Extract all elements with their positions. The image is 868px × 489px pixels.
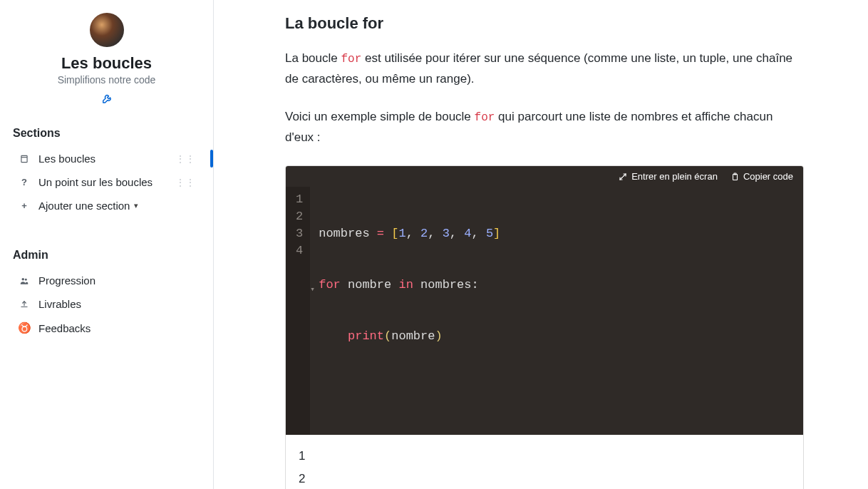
avatar[interactable] <box>90 13 124 47</box>
line-gutter: 1 2 3 4 <box>286 187 310 435</box>
sidebar-item-label: Ajouter une section <box>38 200 130 212</box>
code-toolbar: Entrer en plein écran Copier code <box>286 166 803 187</box>
output-line: 1 <box>299 445 790 467</box>
sidebar-item-progression[interactable]: Progression <box>13 269 200 292</box>
book-icon <box>17 154 31 164</box>
sidebar-item-livrables[interactable]: Livrables <box>13 292 200 316</box>
sidebar-item-label: Livrables <box>38 298 81 310</box>
sidebar-item-label: Un point sur les boucles <box>38 176 153 188</box>
copy-label: Copier code <box>743 171 793 182</box>
line-number: 2 <box>296 208 303 225</box>
sidebar-item-label: Feedbacks <box>38 322 91 334</box>
expand-icon <box>619 173 627 181</box>
content-paragraph-1: La boucle for est utilisée pour itérer s… <box>285 48 804 90</box>
output-line: 2 <box>299 468 790 489</box>
code-editor[interactable]: 1 2 3 4 nombres = [1, 2, 3, 4, 5] ▾for n… <box>286 187 803 435</box>
inline-code-for: for <box>475 111 495 124</box>
fullscreen-label: Entrer en plein écran <box>631 171 718 182</box>
taurus-icon: ♉ <box>17 321 31 334</box>
sidebar-item-un-point[interactable]: ? Un point sur les boucles ⋮⋮ <box>13 170 200 194</box>
copy-code-button[interactable]: Copier code <box>730 171 793 182</box>
code-card: Entrer en plein écran Copier code 1 2 3 … <box>285 165 804 489</box>
sections-heading: Sections <box>13 127 200 140</box>
text: Voici un exemple simple de boucle <box>285 110 475 123</box>
users-icon <box>17 276 31 286</box>
sidebar: Les boucles Simplifions notre code Secti… <box>0 0 214 489</box>
sidebar-item-les-boucles[interactable]: Les boucles ⋮⋮ <box>13 147 200 170</box>
code-lines: nombres = [1, 2, 3, 4, 5] ▾for nombre in… <box>310 187 509 435</box>
svg-point-2 <box>22 277 25 280</box>
content-heading: La boucle for <box>285 14 804 33</box>
code-line: ▾for nombre in nombres: <box>319 277 500 294</box>
plus-icon: + <box>17 200 31 211</box>
sections-block: Sections Les boucles ⋮⋮ ? Un point sur l… <box>0 113 213 217</box>
fold-icon[interactable]: ▾ <box>310 281 315 298</box>
main-content: La boucle for La boucle for est utilisée… <box>214 0 868 489</box>
add-section-button[interactable]: + Ajouter une section ▾ <box>13 194 200 217</box>
line-number: 4 <box>296 242 303 259</box>
drag-handle-icon[interactable]: ⋮⋮ <box>176 154 196 164</box>
inline-code-for: for <box>341 53 361 66</box>
text: La boucle <box>285 51 341 65</box>
course-subtitle: Simplifions notre code <box>58 74 156 86</box>
code-line: print(nombre) <box>319 328 500 345</box>
drag-handle-icon[interactable]: ⋮⋮ <box>176 177 196 187</box>
clipboard-icon <box>730 173 739 181</box>
line-number: 3 <box>296 225 303 242</box>
admin-heading: Admin <box>13 249 200 262</box>
question-icon: ? <box>17 177 31 187</box>
line-number: 1 <box>296 191 303 208</box>
sidebar-item-feedbacks[interactable]: ♉ Feedbacks <box>13 316 200 340</box>
upload-icon <box>17 299 31 309</box>
text: est utilisée pour itérer sur une séquenc… <box>285 51 792 86</box>
sidebar-item-label: Progression <box>38 274 95 287</box>
sidebar-header: Les boucles Simplifions notre code <box>0 13 213 113</box>
fullscreen-button[interactable]: Entrer en plein écran <box>619 171 718 182</box>
sidebar-item-label: Les boucles <box>38 153 95 165</box>
code-output: 1 2 3 4 5 <box>286 435 803 489</box>
settings-icon[interactable] <box>101 93 113 104</box>
code-line: nombres = [1, 2, 3, 4, 5] <box>319 225 500 242</box>
content-paragraph-2: Voici un exemple simple de boucle for qu… <box>285 107 804 148</box>
course-title: Les boucles <box>61 54 152 73</box>
code-line <box>319 379 500 396</box>
admin-block: Admin Progression Livrables ♉ Feedbacks <box>0 235 213 340</box>
svg-rect-4 <box>733 174 737 180</box>
svg-rect-0 <box>21 155 27 162</box>
svg-point-3 <box>25 278 27 280</box>
chevron-down-icon: ▾ <box>134 201 138 210</box>
